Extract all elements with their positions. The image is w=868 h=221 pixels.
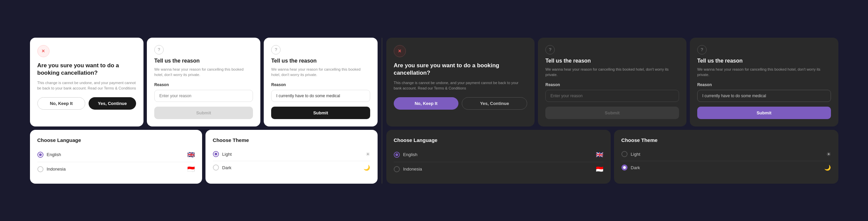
- yes-continue-button-dark[interactable]: Yes, Continue: [462, 97, 527, 110]
- dark-theme-label-dark: Dark: [631, 165, 640, 170]
- question-icon-filled: ?: [271, 45, 281, 54]
- light-language-card: Choose Language English 🇬🇧 Indonesia: [30, 130, 202, 184]
- no-keep-button[interactable]: No, Keep It: [37, 97, 86, 110]
- reason-input-dark[interactable]: [545, 90, 679, 102]
- light-label: Light: [222, 152, 232, 157]
- cancel-icon-circle: ×: [37, 45, 50, 57]
- submit-button-active[interactable]: Submit: [271, 107, 370, 119]
- moon-icon: 🌙: [364, 164, 370, 171]
- flag-uk-icon-dark: 🇬🇧: [596, 151, 603, 158]
- radio-light-theme-dark: [621, 151, 627, 157]
- question-icon-filled-dark: ?: [697, 45, 707, 54]
- language-option-english-dark[interactable]: English 🇬🇧: [394, 148, 603, 162]
- reason-input-filled[interactable]: [271, 90, 370, 102]
- radio-dark-theme-dark: [621, 164, 627, 171]
- reason-subtitle-filled: We wanna hear your reason for cancelling…: [271, 67, 370, 78]
- light-reason-empty-card: ? Tell us the reason We wanna hear your …: [147, 38, 260, 126]
- indonesia-label-dark: Indonesia: [403, 167, 422, 172]
- dark-reason-empty-card: ? Tell us the reason We wanna hear your …: [538, 38, 686, 126]
- light-confirm-card: × Are you sure you want to do a booking …: [30, 38, 144, 126]
- theme-option-dark[interactable]: Dark 🌙: [213, 161, 370, 174]
- radio-indonesia-dark: [394, 166, 400, 172]
- submit-button-disabled-dark[interactable]: Submit: [545, 107, 679, 119]
- x-icon: ×: [42, 48, 45, 54]
- submit-button-disabled[interactable]: Submit: [154, 107, 253, 119]
- dark-bottom-row: Choose Language English 🇬🇧 Indonesia: [386, 130, 838, 184]
- dark-language-card: Choose Language English 🇬🇧 Indonesia: [386, 130, 611, 184]
- light-theme-card: Choose Theme Light ☀ Dark 🌙: [206, 130, 378, 184]
- radio-inner-dark: [623, 166, 626, 169]
- reason-label: Reason: [154, 82, 253, 87]
- theme-title: Choose Theme: [213, 137, 370, 143]
- theme-option-light-dark[interactable]: Light ☀: [621, 148, 831, 161]
- reason-input-empty[interactable]: [154, 90, 253, 102]
- reason-label-filled-dark: Reason: [697, 82, 831, 87]
- english-label: English: [47, 152, 61, 157]
- reason-subtitle-filled-dark: We wanna hear your reason for cancelling…: [697, 67, 831, 78]
- question-icon: ?: [154, 45, 164, 54]
- radio-english-dark: [394, 152, 400, 158]
- reason-title-filled-dark: Tell us the reason: [697, 58, 831, 64]
- reason-title-filled: Tell us the reason: [271, 58, 370, 64]
- radio-dark-theme: [213, 164, 219, 171]
- sun-icon: ☀: [366, 151, 370, 157]
- radio-light-theme: [213, 151, 219, 157]
- radio-inner-light: [215, 153, 217, 155]
- confirm-desc: This change is cannot be undone, and you…: [37, 80, 136, 91]
- reason-label-dark: Reason: [545, 82, 679, 87]
- language-option-indonesia[interactable]: Indonesia 🇮🇩: [37, 162, 195, 176]
- section-divider: [382, 38, 382, 184]
- english-label-dark: English: [403, 152, 418, 157]
- dark-confirm-card: × Are you sure you want to do a booking …: [386, 38, 535, 126]
- flag-uk-icon: 🇬🇧: [187, 151, 195, 158]
- language-option-english[interactable]: English 🇬🇧: [37, 148, 195, 162]
- moon-icon-dark: 🌙: [824, 164, 831, 171]
- theme-title-dark: Choose Theme: [621, 137, 831, 143]
- indonesia-label: Indonesia: [47, 167, 66, 172]
- dark-top-row: × Are you sure you want to do a booking …: [386, 38, 838, 126]
- x-icon-dark: ×: [398, 48, 401, 54]
- radio-english: [37, 152, 43, 158]
- cancel-icon-circle-dark: ×: [394, 45, 406, 57]
- flag-id-icon-dark: 🇮🇩: [596, 165, 603, 173]
- light-bottom-row: Choose Language English 🇬🇧 Indonesia: [30, 130, 378, 184]
- sun-icon-dark: ☀: [826, 151, 831, 157]
- submit-button-active-dark[interactable]: Submit: [697, 107, 831, 119]
- reason-title-dark: Tell us the reason: [545, 58, 679, 64]
- dark-theme-card: Choose Theme Light ☀ Dark 🌙: [614, 130, 838, 184]
- light-section: × Are you sure you want to do a booking …: [30, 38, 378, 184]
- dark-section: × Are you sure you want to do a booking …: [386, 38, 838, 184]
- light-theme-label-dark: Light: [631, 152, 640, 157]
- confirm-btn-row: No, Keep It Yes, Continue: [37, 97, 136, 110]
- dark-reason-filled-card: ? Tell us the reason We wanna hear your …: [690, 38, 838, 126]
- reason-label-filled: Reason: [271, 82, 370, 87]
- main-container: × Are you sure you want to do a booking …: [30, 38, 838, 184]
- confirm-title: Are you sure you want to do a booking ca…: [37, 62, 136, 77]
- dark-label: Dark: [222, 165, 231, 170]
- reason-subtitle: We wanna hear your reason for cancelling…: [154, 67, 253, 78]
- yes-continue-button[interactable]: Yes, Continue: [89, 97, 136, 110]
- language-option-indonesia-dark[interactable]: Indonesia 🇮🇩: [394, 162, 603, 176]
- no-keep-button-dark[interactable]: No, Keep It: [394, 97, 458, 110]
- radio-inner-english-dark: [396, 153, 398, 156]
- theme-option-dark-dark[interactable]: Dark 🌙: [621, 161, 831, 174]
- flag-id-icon: 🇮🇩: [187, 165, 195, 173]
- confirm-btn-row-dark: No, Keep It Yes, Continue: [394, 97, 527, 110]
- reason-title: Tell us the reason: [154, 58, 253, 64]
- light-top-row: × Are you sure you want to do a booking …: [30, 38, 378, 126]
- language-title: Choose Language: [37, 137, 195, 143]
- language-title-dark: Choose Language: [394, 137, 603, 143]
- confirm-desc-dark: This change is cannot be undone, and you…: [394, 80, 527, 91]
- theme-option-light[interactable]: Light ☀: [213, 148, 370, 161]
- confirm-title-dark: Are you sure you want to do a booking ca…: [394, 62, 527, 77]
- question-icon-dark: ?: [545, 45, 555, 54]
- radio-inner: [39, 153, 42, 156]
- reason-subtitle-dark: We wanna hear your reason for cancelling…: [545, 67, 679, 78]
- light-reason-filled-card: ? Tell us the reason We wanna hear your …: [264, 38, 377, 126]
- reason-input-filled-dark[interactable]: [697, 90, 831, 102]
- radio-indonesia: [37, 166, 43, 172]
